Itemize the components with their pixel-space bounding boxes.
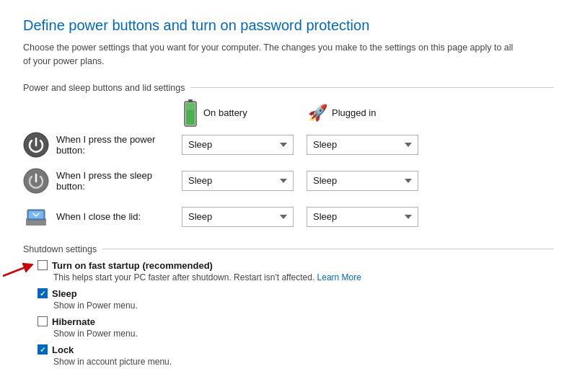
power-button-row: When I press the power button: Sleep Do … (23, 130, 554, 159)
lid-label: When I close the lid: (56, 211, 182, 222)
lock-item-label: Lock (52, 344, 74, 355)
page-title: Define power buttons and turn on passwor… (23, 17, 554, 34)
sleep-button-dropdowns: Sleep Do nothing Hibernate Shut down Tur… (182, 171, 431, 191)
fast-startup-label: Turn on fast startup (recommended) (52, 260, 213, 271)
fast-startup-checkbox[interactable] (38, 260, 48, 270)
sleep-button-plugged-in-dropdown[interactable]: Sleep Do nothing Hibernate Shut down Tur… (307, 171, 418, 191)
hibernate-item: Hibernate Show in Power menu. (38, 316, 554, 339)
hibernate-item-desc: Show in Power menu. (53, 329, 554, 339)
power-button-plugged-in-dropdown[interactable]: Sleep Do nothing Hibernate Shut down Tur… (307, 135, 418, 155)
fast-startup-header: Turn on fast startup (recommended) (38, 260, 554, 271)
on-battery-column-header: On battery (182, 99, 308, 128)
red-arrow (1, 260, 33, 277)
lid-row: When I close the lid: Sleep Do nothing H… (23, 202, 554, 231)
sleep-item-label: Sleep (52, 288, 77, 299)
lock-item-header: Lock (38, 344, 554, 355)
hibernate-checkbox[interactable] (38, 316, 48, 326)
lock-checkbox[interactable] (38, 344, 48, 355)
sleep-button-on-battery-dropdown[interactable]: Sleep Do nothing Hibernate Shut down Tur… (182, 171, 294, 191)
power-sleep-section-header: Power and sleep buttons and lid settings (23, 83, 554, 93)
svg-rect-8 (29, 211, 43, 218)
hibernate-item-label: Hibernate (52, 316, 95, 327)
svg-rect-3 (186, 102, 195, 110)
plugged-in-column-header: 🚀 Plugged in (308, 104, 434, 122)
hibernate-item-header: Hibernate (38, 316, 554, 327)
shutdown-section: Shutdown settings Turn on fast startup (… (23, 244, 554, 367)
lid-icon (23, 204, 49, 230)
fast-startup-desc: This helps start your PC faster after sh… (53, 272, 554, 282)
shutdown-section-header: Shutdown settings (23, 244, 554, 254)
power-button-on-battery-dropdown[interactable]: Sleep Do nothing Hibernate Shut down Tur… (182, 135, 294, 155)
rocket-icon: 🚀 (308, 104, 327, 122)
column-headers: On battery 🚀 Plugged in (182, 99, 554, 128)
fast-startup-learn-more[interactable]: Learn More (317, 272, 361, 282)
page-description: Choose the power settings that you want … (23, 41, 514, 68)
sleep-item: Sleep Show in Power menu. (38, 288, 554, 311)
sleep-item-desc: Show in Power menu. (53, 300, 554, 311)
lid-plugged-in-dropdown[interactable]: Sleep Do nothing Hibernate Shut down Tur… (307, 207, 418, 227)
battery-icon (182, 99, 199, 128)
lock-item-desc: Show in account picture menu. (53, 357, 554, 367)
lid-dropdowns: Sleep Do nothing Hibernate Shut down Tur… (182, 207, 431, 227)
fast-startup-item: Turn on fast startup (recommended) This … (38, 260, 554, 282)
lock-item: Lock Show in account picture menu. (38, 344, 554, 367)
sleep-checkbox[interactable] (38, 288, 48, 298)
power-button-label: When I press the power button: (56, 134, 182, 156)
sleep-button-row: When I press the sleep button: Sleep Do … (23, 166, 554, 195)
power-button-icon (23, 132, 49, 158)
sleep-button-label: When I press the sleep button: (56, 170, 182, 192)
svg-rect-1 (188, 99, 193, 102)
power-button-dropdowns: Sleep Do nothing Hibernate Shut down Tur… (182, 135, 431, 155)
sleep-button-icon (23, 168, 49, 194)
svg-line-10 (3, 266, 29, 276)
sleep-item-header: Sleep (38, 288, 554, 299)
lid-on-battery-dropdown[interactable]: Sleep Do nothing Hibernate Shut down Tur… (182, 207, 294, 227)
